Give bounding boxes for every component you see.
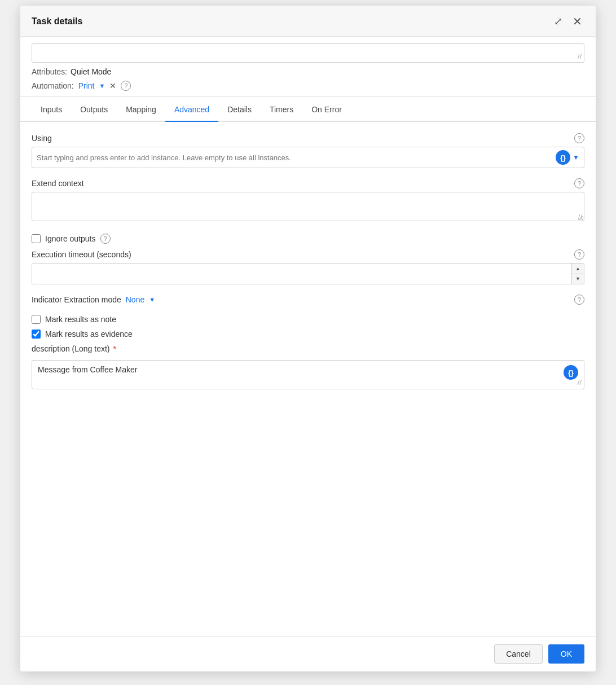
description-value: Message from Coffee Maker [38, 365, 564, 374]
extend-context-field-group: Extend context ? // [32, 178, 584, 223]
description-label: description (Long text) * [32, 344, 116, 353]
indicator-extraction-label: Indicator Extraction mode [32, 295, 121, 304]
execution-timeout-input[interactable] [32, 264, 571, 284]
ignore-outputs-checkbox[interactable] [32, 234, 41, 243]
execution-timeout-label: Execution timeout (seconds) [32, 250, 131, 259]
top-input-row: // [32, 43, 584, 63]
using-field-group: Using ? {} ▼ [32, 133, 584, 168]
execution-timeout-label-row: Execution timeout (seconds) ? [32, 249, 584, 260]
indicator-extraction-row: Indicator Extraction mode None ▼ ? [32, 295, 584, 305]
automation-label: Automation: [32, 81, 74, 90]
top-input-box: // [32, 43, 584, 63]
indicator-extraction-field-group: Indicator Extraction mode None ▼ ? [32, 295, 584, 305]
automation-info-icon[interactable]: ? [121, 81, 131, 91]
description-input-wrapper[interactable]: Message from Coffee Maker {} // [32, 360, 584, 389]
tab-inputs[interactable]: Inputs [32, 97, 71, 122]
description-label-row: description (Long text) * [32, 344, 584, 357]
mark-results-note-label[interactable]: Mark results as note [45, 315, 116, 324]
execution-timeout-increment[interactable]: ▲ [572, 264, 584, 274]
attributes-row: Attributes: Quiet Mode [32, 67, 584, 76]
indicator-extraction-value[interactable]: None [126, 295, 144, 304]
extend-context-help-icon[interactable]: ? [574, 178, 584, 188]
using-input[interactable] [37, 153, 556, 162]
header-actions: ⤢ ✕ [552, 14, 584, 29]
using-dropdown-arrow[interactable]: ▼ [573, 153, 579, 161]
execution-timeout-help-icon[interactable]: ? [574, 249, 584, 260]
resize-handle-top: // [578, 52, 582, 61]
automation-clear-button[interactable]: ✕ [109, 81, 116, 90]
mark-results-note-checkbox[interactable] [32, 315, 41, 324]
expand-icon: ⤢ [554, 15, 562, 28]
tab-details[interactable]: Details [218, 97, 261, 122]
indicator-extraction-dropdown-arrow[interactable]: ▼ [149, 296, 155, 303]
automation-dropdown-arrow[interactable]: ▼ [99, 82, 105, 89]
extend-context-wrapper: // [32, 192, 584, 223]
description-curly-icon[interactable]: {} [564, 365, 578, 380]
mark-results-evidence-checkbox[interactable] [32, 330, 41, 339]
extend-context-label-row: Extend context ? [32, 178, 584, 188]
close-button[interactable]: ✕ [570, 14, 584, 29]
tab-on-error[interactable]: On Error [302, 97, 351, 122]
automation-row: Automation: Print ▼ ✕ ? [32, 81, 584, 91]
tab-timers[interactable]: Timers [261, 97, 302, 122]
attributes-value: Quiet Mode [71, 67, 111, 76]
description-field-group: description (Long text) * Message from C… [32, 344, 584, 389]
extend-context-resize-icon: // [578, 213, 582, 221]
using-label-row: Using ? [32, 133, 584, 143]
mark-results-evidence-label[interactable]: Mark results as evidence [45, 330, 133, 339]
top-section: // Attributes: Quiet Mode Automation: Pr… [20, 37, 596, 97]
close-icon: ✕ [573, 15, 582, 28]
using-curly-icon[interactable]: {} [556, 150, 570, 165]
tabs-bar: Inputs Outputs Mapping Advanced Details … [20, 97, 596, 122]
extend-context-textarea[interactable] [32, 192, 584, 221]
ignore-outputs-row: Ignore outputs ? [32, 234, 584, 244]
execution-timeout-stepper: ▲ ▼ [571, 264, 584, 284]
description-required-star: * [111, 344, 116, 353]
tab-advanced[interactable]: Advanced [165, 97, 218, 122]
attributes-label: Attributes: [32, 67, 67, 76]
execution-timeout-input-wrapper: ▲ ▼ [32, 263, 584, 284]
ok-button[interactable]: OK [548, 644, 584, 664]
advanced-tab-content: Using ? {} ▼ Extend context ? // [20, 122, 596, 636]
using-help-icon[interactable]: ? [574, 133, 584, 143]
using-icon-group: {} ▼ [556, 150, 579, 165]
modal-header: Task details ⤢ ✕ [20, 6, 596, 37]
tab-mapping[interactable]: Mapping [117, 97, 165, 122]
execution-timeout-field-group: Execution timeout (seconds) ? ▲ ▼ [32, 249, 584, 284]
extend-context-label: Extend context [32, 179, 84, 188]
expand-button[interactable]: ⤢ [552, 14, 565, 29]
using-input-wrapper[interactable]: {} ▼ [32, 147, 584, 168]
mark-results-evidence-row: Mark results as evidence [32, 330, 584, 339]
cancel-button[interactable]: Cancel [494, 644, 543, 664]
description-resize-icon: // [578, 378, 582, 387]
automation-link[interactable]: Print [78, 81, 95, 90]
indicator-extraction-help-icon[interactable]: ? [574, 295, 584, 305]
tab-outputs[interactable]: Outputs [71, 97, 117, 122]
mark-results-note-row: Mark results as note [32, 315, 584, 324]
execution-timeout-decrement[interactable]: ▼ [572, 274, 584, 284]
modal-footer: Cancel OK [20, 636, 596, 671]
using-label: Using [32, 134, 52, 143]
ignore-outputs-label[interactable]: Ignore outputs [45, 234, 96, 243]
modal-title: Task details [32, 16, 82, 27]
task-details-modal: Task details ⤢ ✕ // Attributes: Quiet Mo… [20, 6, 596, 671]
ignore-outputs-help-icon[interactable]: ? [100, 234, 111, 244]
